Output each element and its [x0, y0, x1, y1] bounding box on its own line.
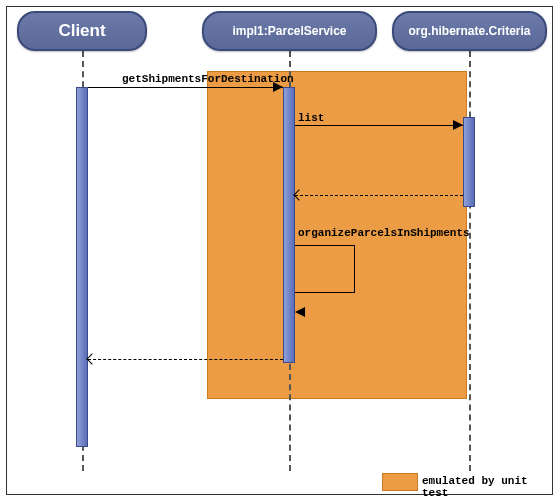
participant-client: Client	[17, 11, 147, 51]
arrowhead-icon	[453, 120, 463, 130]
arrow-list-return	[295, 195, 463, 196]
legend-swatch	[382, 473, 418, 491]
message-label-get-shipments: getShipmentsForDestination	[122, 73, 294, 85]
arrow-final-return	[88, 359, 283, 360]
arrowhead-icon	[295, 307, 305, 317]
participant-parcel-label: impl1:ParcelService	[232, 24, 346, 38]
participant-criteria-label: org.hibernate.Criteria	[408, 24, 530, 38]
participant-client-label: Client	[58, 21, 105, 41]
message-label-list: list	[298, 112, 324, 124]
participant-criteria: org.hibernate.Criteria	[392, 11, 547, 51]
diagram-canvas: Client impl1:ParcelService org.hibernate…	[6, 6, 553, 495]
arrow-get-shipments	[88, 87, 283, 88]
participant-parcel-service: impl1:ParcelService	[202, 11, 377, 51]
activation-criteria	[463, 117, 475, 207]
arrowhead-icon	[273, 82, 283, 92]
legend-label: emulated by unit test	[422, 475, 552, 499]
lifeline-criteria	[469, 51, 471, 471]
arrowhead-open-icon	[86, 353, 97, 364]
activation-client	[76, 87, 88, 447]
activation-parcel-service	[283, 87, 295, 363]
arrow-list	[295, 125, 463, 126]
self-call-organize	[295, 245, 355, 293]
message-label-organize: organizeParcelsInShipments	[298, 227, 470, 239]
